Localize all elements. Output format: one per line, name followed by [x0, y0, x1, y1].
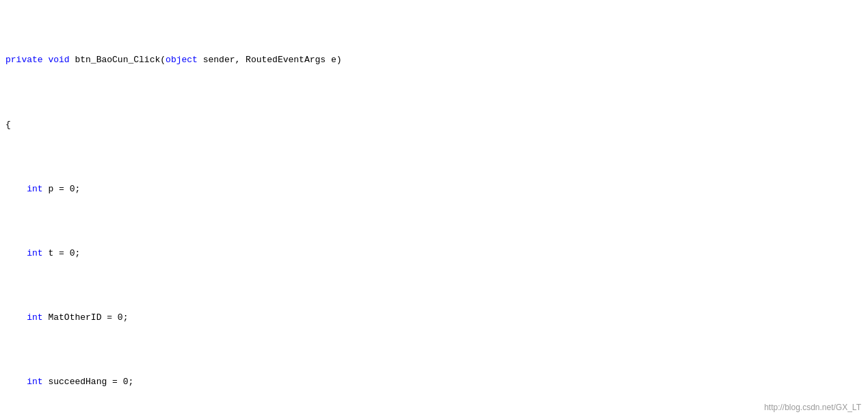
code-line-1: private void btn_BaoCun_Click(object sen…	[0, 54, 868, 67]
code-line-2: {	[0, 119, 868, 132]
watermark: http://blog.csdn.net/GX_LT	[764, 403, 861, 412]
code-line-4: int t = 0;	[0, 247, 868, 260]
code-line-6: int succeedHang = 0;	[0, 376, 868, 389]
code-line-3: int p = 0;	[0, 183, 868, 196]
code-line-5: int MatOtherID = 0;	[0, 312, 868, 325]
code-editor: private void btn_BaoCun_Click(object sen…	[0, 0, 868, 419]
